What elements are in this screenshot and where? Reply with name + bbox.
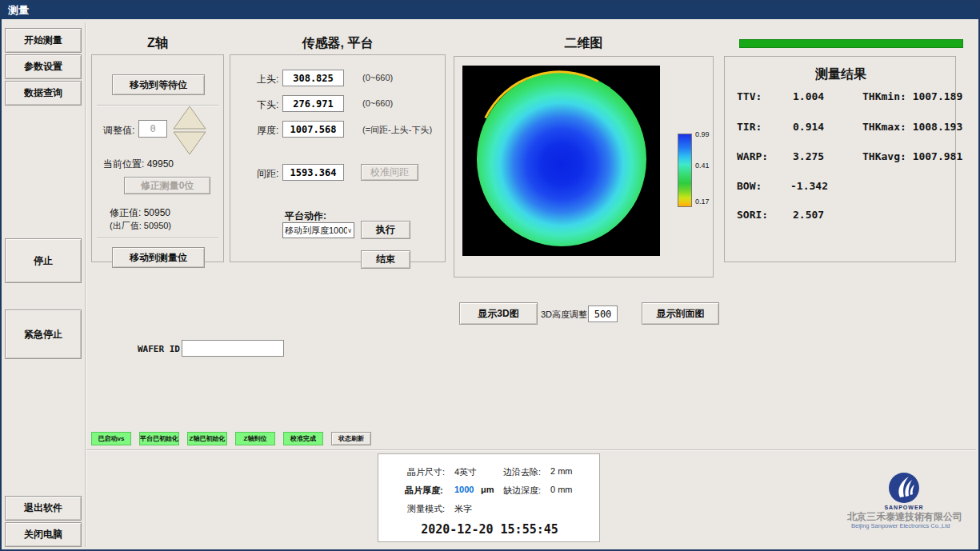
tir-label: TIR: <box>737 121 762 133</box>
measure-mode-value: 米字 <box>454 503 472 515</box>
results-title: 测量结果 <box>725 66 957 83</box>
status-refresh-button[interactable]: 状态刷新 <box>331 432 371 445</box>
recipe-info-panel: 晶片尺寸: 4英寸 边沿去除: 2 mm 晶片厚度: 1000 μm 缺边深度:… <box>378 453 600 542</box>
wafer-edge-arc <box>452 48 670 268</box>
tir-value: 0.914 <box>793 121 824 133</box>
zaxis-panel: 移动到等待位 调整值: 当前位置: 49950 修正测量0位 修正值: 5095… <box>91 54 224 262</box>
zaxis-title: Z轴 <box>91 35 224 52</box>
wafer-id-label: WAFER ID <box>138 344 180 354</box>
show-3d-button[interactable]: 显示3D图 <box>459 302 538 325</box>
thickness-label: 厚度: <box>257 124 278 138</box>
bow-label: BOW: <box>737 180 762 192</box>
wafer-size-label: 晶片尺寸: <box>407 466 445 478</box>
titlebar: 测量 <box>2 2 978 19</box>
thkmax-text: THKmax: 1008.193 <box>862 121 962 133</box>
platform-action-value: 移动到厚度1000 <box>285 225 347 237</box>
thkmin-text: THKmin: 1007.189 <box>862 90 962 102</box>
param-settings-button[interactable]: 参数设置 <box>5 54 82 79</box>
edge-exclude-value: 2 mm <box>550 466 573 476</box>
bottom-head-range: (0~660) <box>362 98 393 108</box>
edge-exclude-label: 边沿去除: <box>503 466 541 478</box>
bottom-head-label: 下头: <box>257 98 278 112</box>
colorbar-mid-label: 0.41 <box>695 162 710 170</box>
brand-name: SANPOWER <box>872 505 936 510</box>
move-to-measure-button[interactable]: 移动到测量位 <box>112 247 205 268</box>
sori-value: 2.507 <box>793 209 824 221</box>
spinner-down-icon <box>174 132 206 154</box>
adjust-value-label: 调整值: <box>103 124 134 138</box>
warp-label: WARP: <box>737 150 768 162</box>
gap-label: 间距: <box>257 167 278 181</box>
calibrate-gap-button[interactable]: 校准间距 <box>361 164 418 181</box>
height-adjust-label: 3D高度调整: <box>541 309 590 321</box>
wafer-thickness-unit: μm <box>481 485 494 494</box>
top-head-value[interactable] <box>282 70 344 86</box>
wafer-thickness-value: 1000 <box>454 485 474 494</box>
wafer-size-value: 4英寸 <box>454 466 477 478</box>
spinner-up-icon <box>174 106 206 129</box>
map2d-panel: 0.99 0.41 0.17 <box>454 56 714 277</box>
stop-button[interactable]: 停止 <box>5 238 82 283</box>
status-badge-calib-done: 校准完成 <box>283 432 323 445</box>
height-adjust-input[interactable] <box>588 305 618 322</box>
fix-value-text: 修正值: 50950 <box>110 206 170 220</box>
warp-value: 3.275 <box>793 150 824 162</box>
execute-button[interactable]: 执行 <box>361 221 410 239</box>
results-panel: 测量结果 TTV: 1.004 THKmin: 1007.189 TIR: 0.… <box>724 56 956 262</box>
top-head-label: 上头: <box>257 73 278 86</box>
exit-software-button[interactable]: 退出软件 <box>5 496 82 521</box>
bottom-head-value[interactable] <box>282 95 344 112</box>
shutdown-button[interactable]: 关闭电脑 <box>5 522 82 547</box>
wafer-map-image <box>462 66 660 256</box>
sensor-panel: 上头: (0~660) 下头: (0~660) 厚度: (=间距-上头-下头) … <box>230 54 446 262</box>
wafer-id-input[interactable] <box>182 340 284 357</box>
fix-zero-button[interactable]: 修正测量0位 <box>124 177 210 194</box>
thkavg-text: THKavg: 1007.981 <box>862 150 962 162</box>
gap-value[interactable] <box>282 164 344 181</box>
bow-value: -1.342 <box>790 180 828 192</box>
finish-button[interactable]: 结束 <box>361 250 410 269</box>
move-to-wait-button[interactable]: 移动到等待位 <box>112 74 205 95</box>
status-bar: 已启动vs 平台已初始化 Z轴已初始化 Z轴到位 校准完成 状态刷新 <box>91 432 371 445</box>
notch-depth-label: 缺边深度: <box>503 485 541 497</box>
sensor-title: 传感器, 平台 <box>230 35 446 52</box>
colorbar <box>678 134 692 207</box>
platform-action-label: 平台动作: <box>285 210 326 223</box>
progress-bar <box>739 39 963 48</box>
platform-action-select[interactable]: 移动到厚度1000 ∨ <box>282 222 354 238</box>
ttv-value: 1.004 <box>793 90 824 102</box>
status-badge-vs-started: 已启动vs <box>91 432 131 445</box>
current-position-text: 当前位置: 49950 <box>103 158 174 171</box>
show-profile-button[interactable]: 显示剖面图 <box>642 302 719 325</box>
adjust-value-input[interactable] <box>138 120 167 138</box>
emergency-stop-button[interactable]: 紧急停止 <box>5 309 82 359</box>
bottom-divider <box>86 449 976 451</box>
status-badge-zaxis-init: Z轴已初始化 <box>187 432 227 445</box>
start-measure-button[interactable]: 开始测量 <box>5 28 82 53</box>
sori-label: SORI: <box>737 209 768 221</box>
wafer-thickness-label: 晶片厚度: <box>405 485 443 497</box>
thickness-value[interactable] <box>282 121 344 138</box>
colorbar-min-label: 0.17 <box>695 198 710 206</box>
top-head-range: (0~660) <box>362 73 393 82</box>
chevron-down-icon: ∨ <box>347 227 352 234</box>
status-badge-zaxis-inplace: Z轴到位 <box>235 432 275 445</box>
notch-depth-value: 0 mm <box>550 485 573 494</box>
colorbar-max-label: 0.99 <box>695 130 710 138</box>
measure-mode-label: 测量模式: <box>407 503 445 515</box>
data-query-button[interactable]: 数据查询 <box>5 81 82 106</box>
factory-value-text: (出厂值: 50950) <box>110 220 171 232</box>
adjust-spinner[interactable] <box>172 105 207 156</box>
status-badge-platform-init: 平台已初始化 <box>139 432 179 445</box>
ttv-label: TTV: <box>737 90 762 102</box>
window-title: 测量 <box>8 3 29 18</box>
app-window: 测量 开始测量 参数设置 数据查询 停止 紧急停止 退出软件 关闭电脑 Z轴 移… <box>0 0 980 551</box>
map2d-title: 二维图 <box>454 35 714 52</box>
sidebar-divider <box>85 22 86 547</box>
company-name-en: Beijing Sanpower Electronics Co.,Ltd <box>851 522 950 529</box>
datetime-text: 2020-12-20 15:55:45 <box>378 522 601 537</box>
sanpower-flame-icon <box>888 472 920 504</box>
thickness-note: (=间距-上头-下头) <box>362 124 432 136</box>
